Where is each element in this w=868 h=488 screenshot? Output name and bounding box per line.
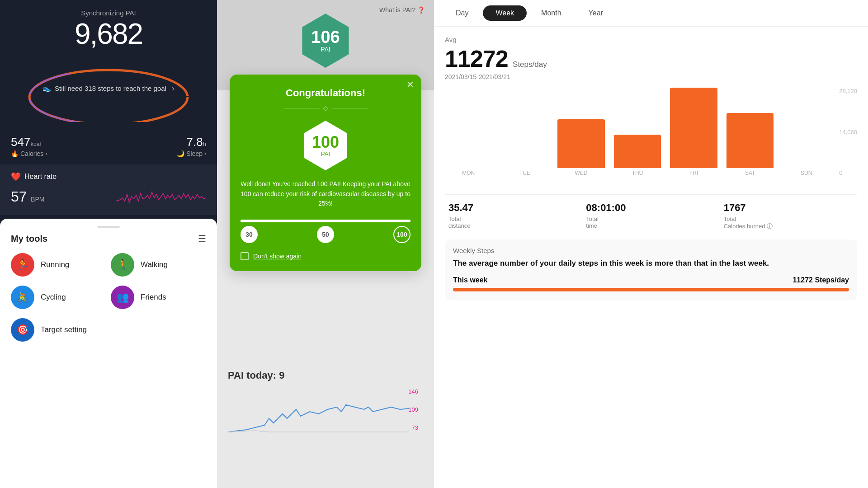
- calories-metric: 547kcal 🔥 Calories ›: [11, 135, 47, 157]
- stats-content: Avg 11272 Steps/day 2021/03/15-2021/03/2…: [434, 27, 868, 317]
- sleep-arrow-icon: ›: [204, 150, 206, 157]
- this-week-value: 11272 Steps/day: [793, 276, 849, 284]
- tool-item-walking[interactable]: 🚶 Walking: [111, 253, 206, 277]
- weekly-steps-section: Weekly Steps The average number of your …: [445, 239, 857, 300]
- info-icon: ⓘ: [767, 223, 773, 230]
- metrics-row: 547kcal 🔥 Calories › 7.8h 🌙 Sleep ›: [0, 128, 217, 164]
- weekly-steps-title: Weekly Steps: [453, 247, 849, 254]
- dont-show-checkbox[interactable]: [241, 252, 249, 260]
- progress-node-30: 30: [241, 226, 258, 243]
- modal-title: Congratulations!: [241, 87, 410, 99]
- progress-track: [241, 220, 410, 222]
- bar-fri: FRI: [670, 88, 717, 176]
- friends-icon-circle: 👥: [111, 286, 134, 309]
- bpm-unit: BPM: [31, 196, 44, 203]
- pai-badge-large: 106 PAI: [298, 14, 353, 68]
- summary-row: 35.47 Totaldistance 08:01:00 Totaltime 1…: [445, 194, 857, 230]
- panel-steps: Day Week Month Year Avg 11272 Steps/day …: [434, 0, 868, 488]
- calories-total-label: TotalCalories burned ⓘ: [724, 216, 773, 230]
- heart-icon: ❤️: [11, 172, 21, 182]
- my-tools-panel: My tools ☰ 🏃 Running 🚶 Walking 🚴 Cycling…: [0, 219, 217, 488]
- running-icon-circle: 🏃: [11, 253, 34, 277]
- running-label: Running: [41, 260, 69, 269]
- pai-chart: 146 109 73: [228, 387, 423, 441]
- sync-status: Synchronizing PAI: [81, 9, 136, 17]
- modal-close-button[interactable]: ✕: [406, 80, 414, 89]
- summary-calories: 1767 TotalCalories burned ⓘ: [720, 202, 857, 230]
- heart-rate-title-row: ❤️ Heart rate: [11, 172, 206, 182]
- distance-label: Totaldistance: [448, 216, 470, 229]
- y-label-top: 28,120: [839, 88, 857, 94]
- week-compare-row: This week 11272 Steps/day: [453, 276, 849, 284]
- footstep-icon: 👟: [42, 84, 51, 92]
- tools-header: My tools ☰: [11, 233, 206, 244]
- bar-tue: TUE: [501, 88, 549, 176]
- steps-count: 9,682: [75, 19, 142, 48]
- sleep-metric: 7.8h 🌙 Sleep ›: [177, 135, 206, 157]
- friends-label: Friends: [141, 293, 166, 302]
- menu-icon[interactable]: ☰: [198, 233, 206, 244]
- calories-arrow-icon: ›: [45, 150, 47, 157]
- pai-today-section: PAI today: 9 146 109 73: [217, 370, 434, 443]
- pai-badge-100: 100 PAI: [301, 121, 350, 170]
- pai-today-title: PAI today: 9: [228, 370, 423, 381]
- bpm-value: 57: [11, 188, 27, 205]
- weekly-steps-desc: The average number of your daily steps i…: [453, 258, 849, 269]
- bars-container: MON TUE WED THU FRI: [445, 88, 857, 187]
- bpm-row: 57 BPM: [11, 185, 206, 208]
- tab-day[interactable]: Day: [443, 5, 481, 21]
- sleep-value: 7.8h: [177, 135, 206, 149]
- calories-total-value: 1767: [724, 202, 746, 214]
- diamond-icon: ◇: [323, 104, 328, 112]
- progress-section: 30 50 100: [241, 220, 410, 243]
- heart-rate-section: ❤️ Heart rate 57 BPM: [0, 164, 217, 215]
- congrats-modal: ✕ Congratulations! ◇ 100 PAI Well done! …: [230, 75, 421, 271]
- bar-sun: SUN: [783, 88, 830, 176]
- tool-item-friends[interactable]: 👥 Friends: [111, 286, 206, 309]
- avg-row: 11272 Steps/day: [445, 45, 857, 72]
- heart-chart: [116, 185, 206, 208]
- bar-mon: MON: [445, 88, 492, 176]
- panel-pai: 106 PAI What is PAI? ❓ ✕ Congratulations…: [217, 0, 434, 488]
- walking-icon-circle: 🚶: [111, 253, 134, 277]
- fire-icon: 🔥: [11, 150, 19, 157]
- time-value: 08:01:00: [586, 202, 626, 214]
- tab-year[interactable]: Year: [576, 5, 616, 21]
- progress-node-100: 100: [393, 226, 410, 243]
- summary-distance: 35.47 Totaldistance: [445, 202, 582, 230]
- svg-text:73: 73: [412, 424, 418, 431]
- bar-thu: THU: [614, 88, 661, 176]
- avg-unit: Steps/day: [513, 60, 547, 69]
- tab-month[interactable]: Month: [528, 5, 574, 21]
- dont-show-row: Don't show again: [241, 252, 410, 260]
- tools-grid: 🏃 Running 🚶 Walking 🚴 Cycling 👥 Friends …: [11, 253, 206, 342]
- steps-goal[interactable]: 👟 Still need 318 steps to reach the goal…: [42, 84, 175, 93]
- bar-sat: SAT: [726, 88, 774, 176]
- summary-time: 08:01:00 Totaltime: [582, 202, 720, 230]
- moon-icon: 🌙: [177, 150, 184, 157]
- dont-show-label[interactable]: Don't show again: [253, 253, 302, 260]
- bar-chart: 28,120 14,060 0 MON TUE WED: [445, 88, 857, 187]
- panel-activity: Synchronizing PAI 9,682 👟 Still need 318…: [0, 0, 217, 488]
- tool-item-target[interactable]: 🎯 Target setting: [11, 318, 106, 342]
- week-bar-track: [453, 288, 849, 291]
- avg-number: 11272: [445, 46, 508, 72]
- modal-description: Well done! You've reached 100 PAI! Keepi…: [241, 179, 410, 209]
- distance-value: 35.47: [448, 202, 473, 214]
- target-label: Target setting: [41, 325, 87, 334]
- time-label: Totaltime: [586, 216, 598, 229]
- svg-text:109: 109: [408, 406, 418, 413]
- divider: [97, 226, 120, 228]
- cycling-icon-circle: 🚴: [11, 286, 34, 309]
- tool-item-running[interactable]: 🏃 Running: [11, 253, 106, 277]
- this-week-label: This week: [453, 276, 487, 284]
- progress-nodes: 30 50 100: [241, 226, 410, 243]
- what-is-pai[interactable]: What is PAI? ❓: [379, 6, 425, 14]
- tab-week[interactable]: Week: [483, 5, 527, 21]
- progress-fill: [241, 220, 410, 222]
- y-label-bot: 0: [839, 169, 857, 176]
- calories-value: 547kcal: [11, 135, 47, 149]
- tool-item-cycling[interactable]: 🚴 Cycling: [11, 286, 106, 309]
- svg-text:146: 146: [408, 388, 418, 395]
- cycling-label: Cycling: [41, 293, 66, 302]
